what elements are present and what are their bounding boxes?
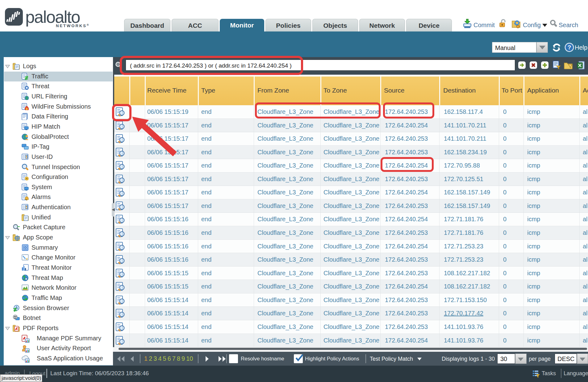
svg-text:?: ? (568, 44, 571, 51)
